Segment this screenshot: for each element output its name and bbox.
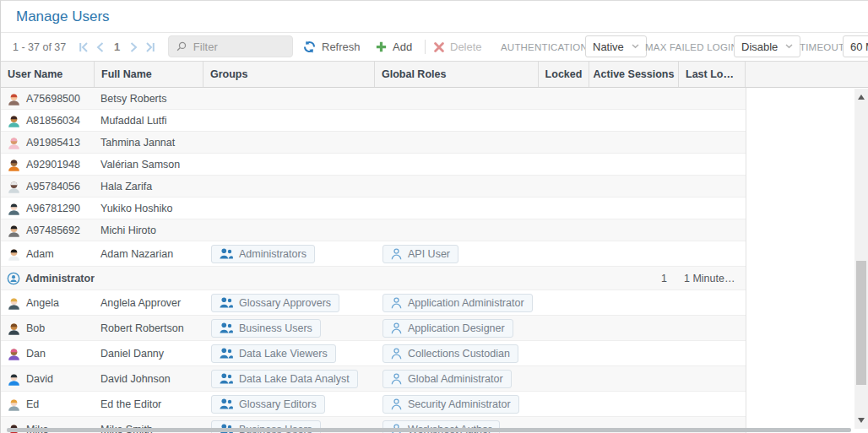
- vertical-scrollbar-thumb[interactable]: [856, 261, 866, 385]
- chevron-left-icon: [96, 42, 104, 52]
- table-row[interactable]: A81856034Mufaddal Lutfi: [1, 110, 746, 132]
- groups-cell: Business Users: [203, 316, 375, 340]
- locked-cell: [539, 219, 589, 241]
- role-badge: Security Administrator: [382, 395, 519, 414]
- table-row[interactable]: Administrator11 Minute…: [1, 267, 746, 290]
- table-row[interactable]: AngelaAnglela Approver Glossary Approver…: [1, 290, 746, 316]
- groups-cell: [203, 88, 375, 109]
- table-row[interactable]: A95784056Hala Zarifa: [1, 176, 746, 198]
- next-page-button[interactable]: [130, 42, 138, 52]
- user-name-cell: A91985413: [1, 132, 95, 153]
- user-name: Bob: [26, 322, 45, 334]
- table-row[interactable]: A75698500Betsy Roberts: [1, 88, 746, 110]
- column-header-global-roles[interactable]: Global Roles: [375, 62, 539, 87]
- group-badge: Business Users: [211, 319, 321, 338]
- locked-cell: [539, 176, 589, 197]
- column-header-active-sessions[interactable]: Active Sessions: [589, 62, 679, 87]
- table-row[interactable]: DanDaniel Danny Data Lake Viewers Collec…: [1, 341, 746, 366]
- active-sessions-cell: [589, 341, 679, 365]
- locked-cell: [539, 316, 589, 340]
- active-sessions-cell: [589, 219, 679, 241]
- global-roles-cell: [375, 88, 539, 109]
- user-name-cell: Ed: [1, 392, 95, 416]
- triangle-up-icon: [858, 95, 865, 100]
- last-login-cell: [679, 132, 746, 153]
- role-badge: Global Administrator: [382, 370, 512, 388]
- groups-cell: Glossary Editors: [203, 392, 375, 416]
- user-name-cell: A96781290: [1, 198, 95, 219]
- timeout-select[interactable]: 60 Mi: [843, 35, 868, 57]
- locked-cell: [539, 110, 589, 131]
- last-page-button[interactable]: [145, 42, 155, 52]
- delete-button[interactable]: Delete: [434, 33, 482, 61]
- groups-cell: [203, 110, 375, 131]
- locked-cell: [539, 392, 589, 416]
- filter-box[interactable]: [168, 35, 293, 57]
- chevron-down-icon: [785, 44, 793, 49]
- user-name-cell: Angela: [1, 290, 95, 315]
- table-row[interactable]: EdEd the Editor Glossary Editors Securit…: [1, 392, 746, 417]
- person-outline-icon: [391, 348, 402, 360]
- admin-person-circle-icon: [7, 271, 20, 286]
- refresh-button[interactable]: Refresh: [303, 33, 361, 61]
- authentication-label: AUTHENTICATION: [501, 33, 588, 61]
- plus-icon: [376, 41, 387, 52]
- full-name-cell: Anglela Approver: [95, 290, 203, 315]
- global-roles-cell: [375, 267, 539, 290]
- filter-input[interactable]: [193, 41, 285, 53]
- group-badge: Administrators: [211, 245, 315, 263]
- add-label: Add: [393, 41, 412, 53]
- user-name: Adam: [26, 248, 54, 260]
- locked-cell: [539, 290, 589, 315]
- full-name-cell: Tahmina Jannat: [95, 132, 203, 153]
- first-page-button[interactable]: [79, 42, 89, 52]
- table-row[interactable]: A92901948Valérian Samson: [1, 154, 746, 176]
- add-button[interactable]: Add: [376, 33, 412, 61]
- user-name: A81856034: [26, 115, 80, 127]
- table-row[interactable]: A91985413Tahmina Jannat: [1, 132, 746, 154]
- column-header-locked[interactable]: Locked: [539, 62, 589, 87]
- last-login-cell: [679, 110, 746, 131]
- table-row[interactable]: DavidDavid Johnson Data Lake Data Analys…: [1, 366, 746, 392]
- current-page[interactable]: 1: [111, 41, 122, 53]
- person-outline-icon: [391, 322, 402, 334]
- user-avatar-icon: [7, 322, 21, 335]
- horizontal-scrollbar-thumb[interactable]: [7, 428, 851, 432]
- user-name: A95784056: [26, 181, 80, 192]
- last-login-cell: [679, 341, 746, 365]
- column-header-groups[interactable]: Groups: [203, 62, 375, 87]
- group-people-icon: [220, 248, 233, 259]
- column-header-last-login[interactable]: Last Lo…: [679, 62, 746, 87]
- user-avatar-icon: [7, 398, 21, 411]
- last-login-cell: [679, 219, 746, 241]
- table-row[interactable]: AdamAdam Nazarian Administrators API Use…: [1, 241, 746, 267]
- vertical-scrollbar[interactable]: [854, 89, 868, 429]
- person-outline-icon: [391, 373, 402, 385]
- user-name-cell: Dan: [1, 341, 95, 365]
- user-name: Angela: [26, 297, 59, 309]
- active-sessions-cell: [589, 241, 679, 266]
- delete-label: Delete: [450, 41, 482, 53]
- search-icon: [176, 41, 187, 52]
- groups-cell: [203, 267, 375, 290]
- max-failed-logins-select[interactable]: Disable: [734, 35, 800, 57]
- table-row[interactable]: BobRobert Robertson Business Users Appli…: [1, 316, 746, 341]
- global-roles-cell: Collections Custodian: [375, 341, 539, 365]
- user-name-cell: A92901948: [1, 154, 95, 175]
- global-roles-cell: API User: [375, 241, 539, 266]
- table-row[interactable]: A96781290Yukiko Hoshiko: [1, 198, 746, 219]
- prev-page-button[interactable]: [96, 42, 104, 52]
- scroll-down-button[interactable]: [854, 414, 868, 426]
- last-login-cell: [679, 316, 746, 340]
- user-avatar-icon: [7, 296, 21, 310]
- table-row[interactable]: A97485692Michi Hiroto: [1, 219, 746, 241]
- active-sessions-cell: [589, 176, 679, 197]
- column-header-full-name[interactable]: Full Name: [95, 62, 203, 87]
- authentication-select[interactable]: Native: [585, 35, 647, 57]
- max-failed-logins-label: MAX FAILED LOGINS: [645, 33, 745, 61]
- column-header-user-name[interactable]: User Name: [1, 62, 95, 87]
- locked-cell: [539, 241, 589, 266]
- role-badge: Collections Custodian: [382, 344, 518, 363]
- group-people-icon: [220, 297, 233, 308]
- scroll-up-button[interactable]: [854, 91, 868, 103]
